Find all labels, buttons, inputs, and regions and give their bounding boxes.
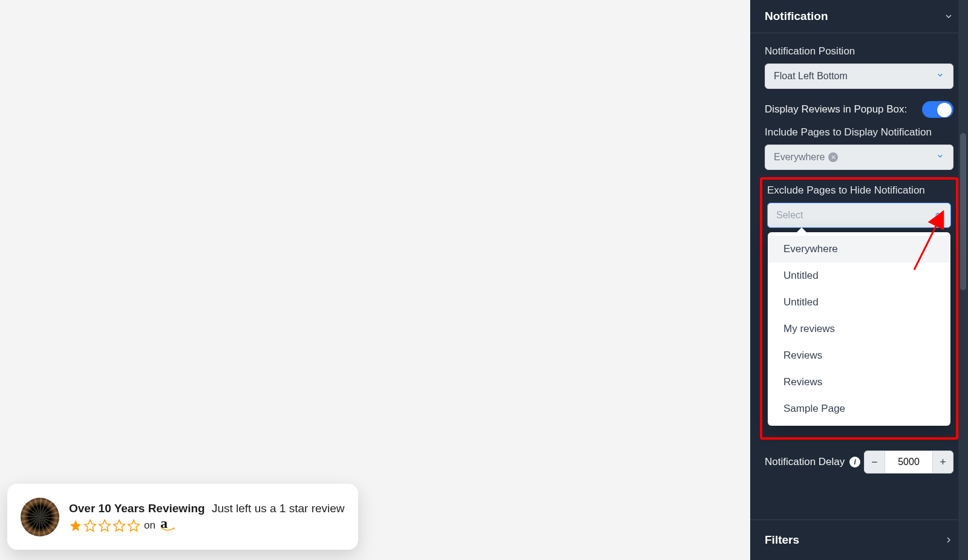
popup-subtitle: Just left us a 1 star review [212,502,345,515]
star-icon [113,519,126,532]
chevron-down-icon [936,152,944,163]
popup-body: Over 10 Years Reviewing Just left us a 1… [69,501,345,532]
on-label: on [144,519,155,532]
chevron-up-icon [934,210,942,221]
display-popup-toggle[interactable] [922,101,953,118]
position-label: Notification Position [765,45,953,57]
position-select[interactable]: Float Left Bottom [765,63,953,89]
exclude-dropdown[interactable]: Everywhere Untitled Untitled My reviews … [768,232,950,426]
popup-title: Over 10 Years Reviewing [69,502,205,515]
vertical-scrollbar[interactable] [958,0,968,560]
dropdown-option[interactable]: Untitled [768,289,950,316]
star-icon [69,519,82,532]
dropdown-option[interactable]: Sample Page [768,396,950,422]
star-icon [83,519,97,532]
include-pages-select[interactable]: Everywhere ✕ [765,145,953,170]
amazon-icon: a [160,519,176,532]
stars-row: on a [69,519,345,532]
settings-sidebar: Notification Notification Position Float… [750,0,968,560]
exclude-highlight: Exclude Pages to Hide Notification Selec… [760,177,958,440]
chevron-right-icon [944,535,953,545]
popup-headline: Over 10 Years Reviewing Just left us a 1… [69,501,345,516]
star-icon [127,519,140,532]
info-icon[interactable]: i [849,457,860,467]
display-popup-row: Display Reviews in Popup Box: [765,101,953,118]
dropdown-option[interactable]: Reviews [768,342,950,369]
display-popup-label: Display Reviews in Popup Box: [765,103,907,116]
delay-label: Notification Delay [765,456,845,468]
notification-section-header[interactable]: Notification [750,0,968,33]
dropdown-option[interactable]: Everywhere [768,236,950,262]
filters-header-label: Filters [765,533,799,547]
delay-label-wrap: Notification Delay i [765,456,860,468]
star-icon [98,519,111,532]
dropdown-option[interactable]: Untitled [768,262,950,289]
reviewer-avatar [21,498,59,536]
notification-header-label: Notification [765,10,828,23]
remove-chip-icon[interactable]: ✕ [828,152,838,162]
review-popup: Over 10 Years Reviewing Just left us a 1… [7,484,358,550]
chevron-down-icon [944,11,953,21]
preview-canvas: Over 10 Years Reviewing Just left us a 1… [0,0,750,560]
position-value: Float Left Bottom [774,71,848,82]
include-pages-label: Include Pages to Display Notification [765,126,953,138]
delay-increment-button[interactable]: + [932,451,953,473]
delay-stepper[interactable]: − + [864,451,953,474]
notification-section-body: Notification Position Float Left Bottom … [750,33,968,440]
notification-delay-row: Notification Delay i − + [750,440,968,490]
include-chip[interactable]: Everywhere ✕ [774,152,838,163]
scrollbar-thumb[interactable] [960,133,966,290]
exclude-pages-label: Exclude Pages to Hide Notification [767,184,951,197]
chevron-down-icon [936,71,944,82]
dropdown-option[interactable]: My reviews [768,316,950,342]
dropdown-option[interactable]: Reviews [768,369,950,396]
delay-decrement-button[interactable]: − [865,451,885,473]
exclude-pages-select[interactable]: Select Everywhere Untitled Untitled My r… [767,203,951,228]
exclude-placeholder: Select [776,210,803,221]
include-chip-label: Everywhere [774,152,825,163]
filters-section-header[interactable]: Filters [750,519,968,560]
delay-input[interactable] [885,451,932,473]
